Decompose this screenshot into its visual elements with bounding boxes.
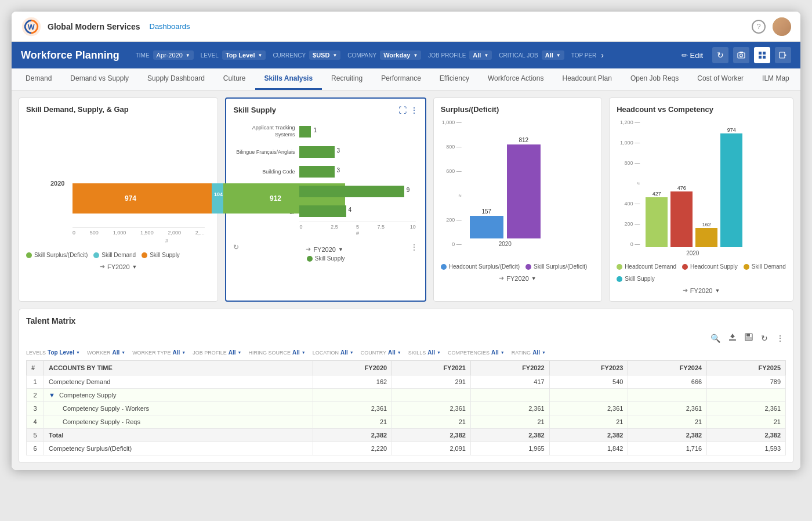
row-1-num: 1 bbox=[27, 375, 44, 389]
company-filter[interactable]: COMPANY Workday bbox=[347, 50, 421, 60]
surplus-chart-area: 1,000 — 800 — 600 — ≈ 200 — 0 — bbox=[441, 120, 594, 259]
time-filter-value[interactable]: Apr-2020 bbox=[153, 50, 194, 60]
tabs-bar: Demand Demand vs Supply Supply Dashboard… bbox=[12, 68, 800, 91]
purple-bar-container: 812 bbox=[507, 137, 541, 238]
critical-job-filter[interactable]: CRITICAL JOB All bbox=[499, 50, 564, 60]
more-options-bottom[interactable]: ⋮ bbox=[410, 243, 418, 252]
tab-demand-vs-supply[interactable]: Demand vs Supply bbox=[61, 68, 138, 90]
avatar[interactable] bbox=[773, 17, 791, 36]
top-per-arrow[interactable]: › bbox=[601, 50, 604, 60]
edit-button[interactable]: ✏ Edit bbox=[677, 49, 708, 62]
currency-filter-value[interactable]: $USD bbox=[309, 50, 340, 60]
col-accounts: ACCOUNTS BY TIME bbox=[44, 361, 313, 375]
top-bar: W Global Modern Services Dashboards ? bbox=[12, 12, 800, 42]
tab-efficiency[interactable]: Efficiency bbox=[430, 68, 478, 90]
row-2-fy2020 bbox=[313, 389, 392, 402]
worker-type-filter-chip[interactable]: WORKER TYPE All bbox=[132, 349, 186, 356]
tab-workforce-actions[interactable]: Workforce Actions bbox=[478, 68, 553, 90]
row-4-label: Competency Supply - Reqs bbox=[44, 415, 313, 429]
legend-dot-headcount bbox=[441, 264, 447, 270]
tab-supply-dashboard[interactable]: Supply Dashboard bbox=[138, 68, 214, 90]
legend-skill-surplus-item: Skill Surplus/(Deficit) bbox=[525, 263, 587, 270]
competencies-filter-chip[interactable]: COMPETENCIES All bbox=[448, 349, 505, 356]
table-row: 4 Competency Supply - Reqs 21 21 21 21 2… bbox=[27, 415, 786, 429]
row-3-num: 3 bbox=[27, 402, 44, 415]
job-profile-filter-chip[interactable]: JOB PROFILE All bbox=[193, 349, 241, 356]
level-filter[interactable]: LEVEL Top Level bbox=[201, 50, 266, 60]
bar-162 bbox=[695, 228, 717, 247]
x-axis-unit: # bbox=[165, 238, 168, 244]
blue-bar-label: 157 bbox=[481, 208, 491, 215]
table-header-row: # ACCOUNTS BY TIME FY2020 FY2021 FY2022 … bbox=[27, 361, 786, 375]
building-value: 3 bbox=[337, 167, 340, 173]
video-button[interactable] bbox=[775, 47, 791, 63]
skill-demand-value: 104 bbox=[214, 191, 223, 197]
tab-recruiting[interactable]: Recruiting bbox=[322, 68, 372, 90]
levels-filter-chip[interactable]: LEVELS Top Level bbox=[26, 349, 80, 356]
row-3-fy2024: 2,361 bbox=[628, 402, 707, 415]
legend-hc-supply: Headcount Supply bbox=[682, 263, 738, 270]
table-row: 5 Total 2,382 2,382 2,382 2,382 2,382 2,… bbox=[27, 429, 786, 442]
collapse-supply-icon[interactable]: ▼ bbox=[49, 392, 55, 399]
blue-bar bbox=[470, 216, 503, 238]
svg-marker-12 bbox=[730, 334, 735, 338]
bar-974-container: 974 bbox=[720, 127, 742, 247]
save-button[interactable] bbox=[743, 331, 755, 345]
tab-headcount-plan[interactable]: Headcount Plan bbox=[553, 68, 621, 90]
tab-open-job-reqs[interactable]: Open Job Reqs bbox=[621, 68, 688, 90]
country-filter-chip[interactable]: COUNTRY All bbox=[361, 349, 401, 356]
currency-filter[interactable]: CURRENCY $USD bbox=[273, 50, 340, 60]
location-filter-chip[interactable]: LOCATION All bbox=[313, 349, 354, 356]
worker-filter-chip[interactable]: WORKER All bbox=[87, 349, 125, 356]
tab-cost-of-worker[interactable]: Cost of Worker bbox=[688, 68, 753, 90]
row-6-fy2024: 1,716 bbox=[628, 442, 707, 455]
skill-demand-year: 2020 bbox=[50, 180, 64, 187]
blue-bar-container: 157 bbox=[470, 208, 503, 238]
download-button[interactable] bbox=[727, 331, 738, 345]
refresh-table-button[interactable]: ↻ bbox=[759, 332, 770, 345]
col-fy2023: FY2023 bbox=[549, 361, 628, 375]
row-6-fy2022: 1,965 bbox=[470, 442, 549, 455]
more-options-icon[interactable]: ⋮ bbox=[410, 106, 418, 115]
row-1-fy2021: 291 bbox=[392, 375, 471, 389]
main-content: Skill Demand, Supply, & Gap 2020 974 bbox=[12, 91, 800, 470]
skill-supply-footer: ➜ FY2020 ▼ bbox=[306, 245, 343, 253]
rating-filter-chip[interactable]: RATING All bbox=[512, 349, 546, 356]
strategy-bar-track: 4 bbox=[299, 205, 415, 217]
ats-bar-track: 1 bbox=[299, 126, 415, 138]
tab-performance[interactable]: Performance bbox=[372, 68, 430, 90]
tab-culture[interactable]: Culture bbox=[214, 68, 255, 90]
tab-skills-analysis[interactable]: Skills Analysis bbox=[255, 68, 322, 90]
tab-ilm-map[interactable]: ILM Map bbox=[753, 68, 799, 90]
job-profile-filter[interactable]: JOB PROFILE All bbox=[428, 50, 492, 60]
critical-job-value[interactable]: All bbox=[542, 50, 564, 60]
row-6-fy2020: 2,220 bbox=[313, 442, 392, 455]
refresh-button[interactable]: ↻ bbox=[712, 47, 728, 63]
tab-demand[interactable]: Demand bbox=[16, 68, 61, 90]
bar-427-container: 427 bbox=[646, 191, 668, 247]
help-icon[interactable]: ? bbox=[752, 20, 766, 34]
camera-button[interactable] bbox=[733, 47, 749, 63]
legend-skill-surplus: Skill Surplus/(Deficit) bbox=[26, 252, 88, 258]
refresh-small-icon[interactable]: ↻ bbox=[233, 243, 239, 251]
surplus-title: Surplus/(Deficit) bbox=[441, 105, 594, 114]
job-profile-value[interactable]: All bbox=[469, 50, 492, 60]
hc-x-label: 2020 bbox=[686, 250, 699, 256]
company-filter-value[interactable]: Workday bbox=[380, 50, 421, 60]
hiring-source-filter-chip[interactable]: HIRING SOURCE All bbox=[248, 349, 305, 356]
expand-icon[interactable]: ⛶ bbox=[398, 106, 407, 115]
time-filter[interactable]: TIME Apr-2020 bbox=[136, 50, 194, 60]
search-button[interactable]: 🔍 bbox=[709, 332, 722, 345]
top-per-filter[interactable]: TOP PER › bbox=[571, 50, 604, 60]
level-filter-value[interactable]: Top Level bbox=[222, 50, 266, 60]
dashboards-link[interactable]: Dashboards bbox=[150, 22, 190, 31]
bar-row-building: Building Code 3 bbox=[235, 166, 415, 178]
skill-supply-title: Skill Supply bbox=[233, 106, 276, 114]
page-title: Workforce Planning bbox=[21, 49, 119, 61]
skill-demand-legend: Skill Surplus/(Deficit) Skill Demand Ski… bbox=[26, 252, 211, 258]
surplus-bar-group: 157 812 2020 bbox=[470, 137, 541, 247]
grid-view-button[interactable] bbox=[754, 47, 770, 63]
more-table-button[interactable]: ⋮ bbox=[774, 332, 786, 345]
skills-filter-chip[interactable]: SKILLS All bbox=[408, 349, 441, 356]
row-1-label: Competency Demand bbox=[44, 375, 313, 389]
